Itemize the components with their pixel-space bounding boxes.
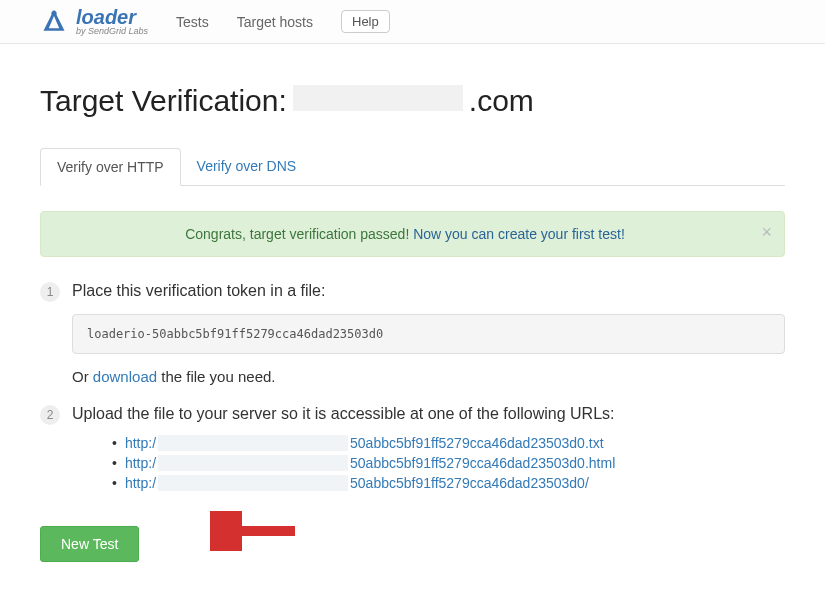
help-button[interactable]: Help <box>341 10 390 33</box>
step-2: Upload the file to your server so it is … <box>40 405 785 491</box>
top-nav: loader by SendGrid Labs Tests Target hos… <box>0 0 825 44</box>
step-1: Place this verification token in a file:… <box>40 282 785 385</box>
nav-target-hosts[interactable]: Target hosts <box>237 14 313 30</box>
page-title: Target Verification: .com <box>40 84 785 118</box>
step-1-sub: Or download the file you need. <box>72 368 785 385</box>
step-2-text: Upload the file to your server so it is … <box>72 405 615 422</box>
loader-icon <box>40 8 68 36</box>
tab-dns[interactable]: Verify over DNS <box>181 148 313 185</box>
alert-text: Congrats, target verification passed! <box>185 226 413 242</box>
redacted-host <box>158 455 348 471</box>
steps-list: Place this verification token in a file:… <box>40 282 785 491</box>
alert-link[interactable]: Now you can create your first test! <box>413 226 625 242</box>
brand-logo[interactable]: loader by SendGrid Labs <box>40 7 148 36</box>
redacted-host <box>158 435 348 451</box>
url-list: http:/ 50abbc5bf91ff5279cca46dad23503d0.… <box>72 435 785 491</box>
close-icon[interactable]: × <box>761 222 772 243</box>
title-prefix: Target Verification: <box>40 84 287 118</box>
brand-sub: by SendGrid Labs <box>76 27 148 36</box>
svg-point-0 <box>51 10 56 15</box>
url-item[interactable]: http:/ 50abbc5bf91ff5279cca46dad23503d0.… <box>112 455 785 471</box>
title-suffix: .com <box>469 84 534 118</box>
tabs: Verify over HTTP Verify over DNS <box>40 148 785 186</box>
main-content: Target Verification: .com Verify over HT… <box>0 44 825 582</box>
url-item[interactable]: http:/ 50abbc5bf91ff5279cca46dad23503d0/ <box>112 475 785 491</box>
redacted-domain <box>293 85 463 111</box>
brand-name: loader <box>76 7 148 27</box>
annotation-arrow-icon <box>210 511 300 551</box>
step-1-text: Place this verification token in a file: <box>72 282 325 299</box>
new-test-button[interactable]: New Test <box>40 526 139 562</box>
success-alert: Congrats, target verification passed! No… <box>40 211 785 257</box>
url-item[interactable]: http:/ 50abbc5bf91ff5279cca46dad23503d0.… <box>112 435 785 451</box>
nav-tests[interactable]: Tests <box>176 14 209 30</box>
tab-http[interactable]: Verify over HTTP <box>40 148 181 186</box>
download-link[interactable]: download <box>93 368 157 385</box>
token-box[interactable]: loaderio-50abbc5bf91ff5279cca46dad23503d… <box>72 314 785 354</box>
redacted-host <box>158 475 348 491</box>
